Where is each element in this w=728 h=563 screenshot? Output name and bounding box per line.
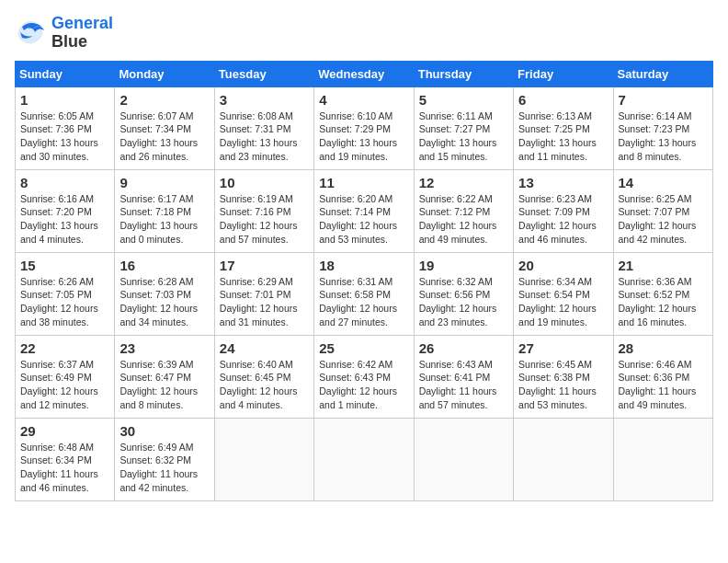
- calendar-cell: 10Sunrise: 6:19 AM Sunset: 7:16 PM Dayli…: [214, 169, 313, 252]
- calendar-cell: 16Sunrise: 6:28 AM Sunset: 7:03 PM Dayli…: [115, 252, 214, 335]
- calendar-cell: 1Sunrise: 6:05 AM Sunset: 7:36 PM Daylig…: [16, 86, 115, 169]
- day-number: 9: [119, 175, 209, 190]
- day-info: Sunrise: 6:46 AM Sunset: 6:36 PM Dayligh…: [619, 358, 708, 412]
- day-info: Sunrise: 6:16 AM Sunset: 7:20 PM Dayligh…: [20, 192, 109, 247]
- weekday-header-tuesday: Tuesday: [214, 61, 313, 86]
- day-info: Sunrise: 6:11 AM Sunset: 7:27 PM Dayligh…: [419, 109, 508, 164]
- calendar-cell: 26Sunrise: 6:43 AM Sunset: 6:41 PM Dayli…: [414, 335, 513, 418]
- calendar-cell: 5Sunrise: 6:11 AM Sunset: 7:27 PM Daylig…: [414, 86, 513, 169]
- calendar-cell: 11Sunrise: 6:20 AM Sunset: 7:14 PM Dayli…: [314, 169, 414, 252]
- weekday-header-wednesday: Wednesday: [314, 61, 414, 86]
- day-info: Sunrise: 6:08 AM Sunset: 7:31 PM Dayligh…: [220, 109, 309, 164]
- calendar-cell: 27Sunrise: 6:45 AM Sunset: 6:38 PM Dayli…: [514, 335, 613, 418]
- day-number: 23: [119, 340, 209, 356]
- day-number: 12: [419, 175, 508, 190]
- calendar-cell: 28Sunrise: 6:46 AM Sunset: 6:36 PM Dayli…: [613, 335, 712, 418]
- day-info: Sunrise: 6:48 AM Sunset: 6:34 PM Dayligh…: [20, 441, 109, 495]
- weekday-header-monday: Monday: [115, 61, 214, 86]
- day-info: Sunrise: 6:23 AM Sunset: 7:09 PM Dayligh…: [518, 192, 608, 247]
- calendar-cell: 15Sunrise: 6:26 AM Sunset: 7:05 PM Dayli…: [16, 252, 115, 335]
- day-number: 3: [220, 92, 309, 108]
- day-info: Sunrise: 6:32 AM Sunset: 6:56 PM Dayligh…: [419, 275, 508, 329]
- weekday-header-thursday: Thursday: [414, 61, 513, 86]
- calendar-cell: 12Sunrise: 6:22 AM Sunset: 7:12 PM Dayli…: [414, 169, 513, 252]
- weekday-header-sunday: Sunday: [16, 61, 115, 86]
- calendar-cell: 9Sunrise: 6:17 AM Sunset: 7:18 PM Daylig…: [115, 169, 214, 252]
- day-info: Sunrise: 6:14 AM Sunset: 7:23 PM Dayligh…: [619, 109, 708, 164]
- day-info: Sunrise: 6:39 AM Sunset: 6:47 PM Dayligh…: [119, 358, 209, 412]
- day-number: 26: [419, 340, 508, 356]
- calendar-cell: 19Sunrise: 6:32 AM Sunset: 6:56 PM Dayli…: [414, 252, 513, 335]
- calendar-cell: 17Sunrise: 6:29 AM Sunset: 7:01 PM Dayli…: [214, 252, 313, 335]
- logo-name: General Blue: [51, 15, 113, 52]
- day-info: Sunrise: 6:43 AM Sunset: 6:41 PM Dayligh…: [419, 358, 508, 412]
- day-number: 27: [518, 340, 608, 356]
- day-number: 8: [20, 175, 109, 190]
- calendar-cell: 22Sunrise: 6:37 AM Sunset: 6:49 PM Dayli…: [16, 335, 115, 418]
- calendar-cell: 24Sunrise: 6:40 AM Sunset: 6:45 PM Dayli…: [214, 335, 313, 418]
- calendar-cell: 21Sunrise: 6:36 AM Sunset: 6:52 PM Dayli…: [613, 252, 712, 335]
- day-info: Sunrise: 6:19 AM Sunset: 7:16 PM Dayligh…: [220, 192, 309, 247]
- day-number: 6: [518, 92, 608, 108]
- calendar-table: SundayMondayTuesdayWednesdayThursdayFrid…: [15, 61, 713, 501]
- calendar-cell: [314, 418, 414, 500]
- day-number: 14: [619, 175, 708, 190]
- day-number: 20: [518, 258, 608, 273]
- calendar-cell: 20Sunrise: 6:34 AM Sunset: 6:54 PM Dayli…: [514, 252, 613, 335]
- day-info: Sunrise: 6:49 AM Sunset: 6:32 PM Dayligh…: [119, 441, 209, 495]
- day-number: 29: [20, 423, 109, 439]
- day-number: 15: [20, 258, 109, 273]
- calendar-cell: 18Sunrise: 6:31 AM Sunset: 6:58 PM Dayli…: [314, 252, 414, 335]
- day-number: 5: [419, 92, 508, 108]
- day-info: Sunrise: 6:34 AM Sunset: 6:54 PM Dayligh…: [518, 275, 608, 329]
- day-info: Sunrise: 6:28 AM Sunset: 7:03 PM Dayligh…: [119, 275, 209, 329]
- calendar-cell: 7Sunrise: 6:14 AM Sunset: 7:23 PM Daylig…: [613, 86, 712, 169]
- day-number: 1: [20, 92, 109, 108]
- day-info: Sunrise: 6:36 AM Sunset: 6:52 PM Dayligh…: [619, 275, 708, 329]
- calendar-cell: 29Sunrise: 6:48 AM Sunset: 6:34 PM Dayli…: [16, 418, 115, 500]
- day-number: 17: [220, 258, 309, 273]
- day-info: Sunrise: 6:13 AM Sunset: 7:25 PM Dayligh…: [518, 109, 608, 164]
- day-info: Sunrise: 6:45 AM Sunset: 6:38 PM Dayligh…: [518, 358, 608, 412]
- page-header: General Blue: [15, 15, 713, 52]
- calendar-cell: 30Sunrise: 6:49 AM Sunset: 6:32 PM Dayli…: [115, 418, 214, 500]
- calendar-cell: 3Sunrise: 6:08 AM Sunset: 7:31 PM Daylig…: [214, 86, 313, 169]
- day-info: Sunrise: 6:25 AM Sunset: 7:07 PM Dayligh…: [619, 192, 708, 247]
- day-info: Sunrise: 6:17 AM Sunset: 7:18 PM Dayligh…: [119, 192, 209, 247]
- calendar-cell: 23Sunrise: 6:39 AM Sunset: 6:47 PM Dayli…: [115, 335, 214, 418]
- day-number: 4: [319, 92, 408, 108]
- day-info: Sunrise: 6:31 AM Sunset: 6:58 PM Dayligh…: [319, 275, 408, 329]
- day-number: 18: [319, 258, 408, 273]
- weekday-header-saturday: Saturday: [613, 61, 712, 86]
- calendar-cell: 25Sunrise: 6:42 AM Sunset: 6:43 PM Dayli…: [314, 335, 414, 418]
- day-info: Sunrise: 6:22 AM Sunset: 7:12 PM Dayligh…: [419, 192, 508, 247]
- day-number: 21: [619, 258, 708, 273]
- calendar-cell: [514, 418, 613, 500]
- calendar-cell: 6Sunrise: 6:13 AM Sunset: 7:25 PM Daylig…: [514, 86, 613, 169]
- calendar-cell: [613, 418, 712, 500]
- logo: General Blue: [15, 15, 113, 52]
- calendar-cell: 8Sunrise: 6:16 AM Sunset: 7:20 PM Daylig…: [16, 169, 115, 252]
- day-info: Sunrise: 6:05 AM Sunset: 7:36 PM Dayligh…: [20, 109, 109, 164]
- day-info: Sunrise: 6:37 AM Sunset: 6:49 PM Dayligh…: [20, 358, 109, 412]
- day-info: Sunrise: 6:10 AM Sunset: 7:29 PM Dayligh…: [319, 109, 408, 164]
- day-info: Sunrise: 6:07 AM Sunset: 7:34 PM Dayligh…: [119, 109, 209, 164]
- day-number: 19: [419, 258, 508, 273]
- day-number: 22: [20, 340, 109, 356]
- calendar-cell: 13Sunrise: 6:23 AM Sunset: 7:09 PM Dayli…: [514, 169, 613, 252]
- calendar-cell: 2Sunrise: 6:07 AM Sunset: 7:34 PM Daylig…: [115, 86, 214, 169]
- day-info: Sunrise: 6:20 AM Sunset: 7:14 PM Dayligh…: [319, 192, 408, 247]
- day-info: Sunrise: 6:29 AM Sunset: 7:01 PM Dayligh…: [220, 275, 309, 329]
- day-number: 2: [119, 92, 209, 108]
- calendar-cell: [414, 418, 513, 500]
- day-number: 28: [619, 340, 708, 356]
- day-number: 25: [319, 340, 408, 356]
- day-number: 10: [220, 175, 309, 190]
- calendar-cell: 4Sunrise: 6:10 AM Sunset: 7:29 PM Daylig…: [314, 86, 414, 169]
- calendar-cell: [214, 418, 313, 500]
- weekday-header-friday: Friday: [514, 61, 613, 86]
- day-info: Sunrise: 6:42 AM Sunset: 6:43 PM Dayligh…: [319, 358, 408, 412]
- day-info: Sunrise: 6:40 AM Sunset: 6:45 PM Dayligh…: [220, 358, 309, 412]
- day-number: 30: [119, 423, 209, 439]
- day-number: 24: [220, 340, 309, 356]
